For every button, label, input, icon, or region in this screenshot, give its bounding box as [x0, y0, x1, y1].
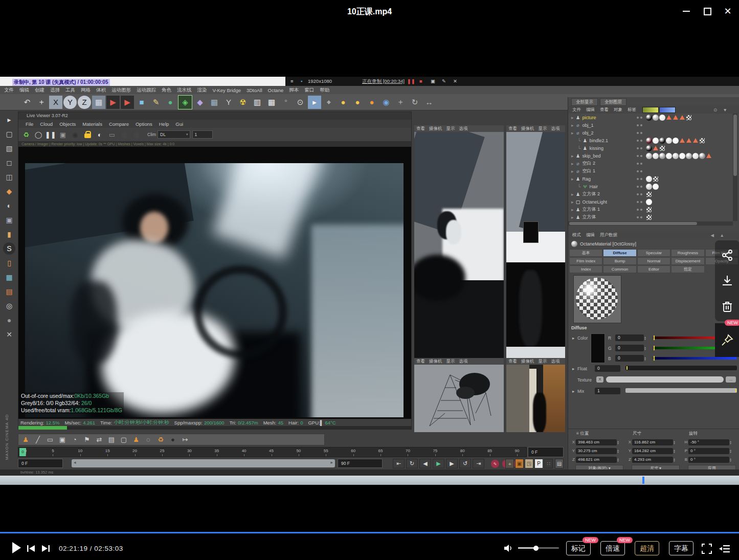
lv-menu-item-1[interactable]: Cloud: [40, 121, 53, 127]
om-tab-1[interactable]: 全部图层: [600, 98, 626, 106]
mix-field[interactable]: 1: [595, 388, 620, 394]
tree-expand-icon[interactable]: ▸: [571, 123, 574, 128]
close-button[interactable]: ✕: [723, 6, 733, 16]
object-tree-vscrollbar[interactable]: [733, 114, 737, 221]
recorder-camera-icon[interactable]: ▣: [431, 78, 435, 84]
cylinder-icon[interactable]: ▮: [3, 228, 15, 240]
texture-tag-icon[interactable]: [646, 215, 652, 220]
ball-preview-icon[interactable]: ◐: [94, 129, 105, 140]
player-button-speed[interactable]: 倍速NEW: [600, 541, 625, 555]
vp-menu-item-0[interactable]: 查看: [416, 126, 425, 132]
object-row[interactable]: └♟bindle2.1: [568, 137, 733, 144]
coord-value-field[interactable]: 0 °: [688, 457, 729, 463]
tree-expand-icon[interactable]: ▸: [571, 161, 574, 166]
key-rotation-toggle[interactable]: ◳: [525, 459, 533, 468]
material-thumb-icon[interactable]: [646, 199, 652, 205]
am-back-arrow-icon[interactable]: ◀: [710, 233, 714, 238]
material-thumb-icon[interactable]: [686, 153, 692, 159]
vp-menu-item-2[interactable]: 显示: [539, 126, 547, 132]
coord-value-field[interactable]: 164.282 cm: [632, 448, 673, 454]
viewport-perspective[interactable]: 查看摄像机显示选项: [414, 125, 504, 358]
c4d-menu-item-6[interactable]: 体积: [96, 87, 106, 94]
coord-spinner[interactable]: ▲▼: [673, 456, 677, 463]
object-name[interactable]: 立方体 2: [583, 191, 600, 197]
coord-value-field[interactable]: 30.275 cm: [576, 448, 617, 454]
tiles-icon[interactable]: ▤: [3, 285, 15, 298]
c4d-menu-item-13[interactable]: 3DtoAll: [247, 87, 262, 93]
recorder-pen-icon[interactable]: ✎: [442, 78, 446, 84]
om-menu-item-2[interactable]: 查看: [600, 107, 609, 113]
select-cursor-icon[interactable]: ▸: [308, 96, 321, 109]
box-icon[interactable]: ▣: [3, 214, 15, 226]
clim-dropdown-arrow[interactable]: ▾: [186, 132, 188, 137]
recorder-pause-icon[interactable]: ❚❚: [407, 78, 415, 84]
visibility-dots[interactable]: [633, 170, 646, 172]
channel-tab-基本[interactable]: 基本: [569, 249, 602, 257]
play-button[interactable]: [12, 542, 21, 553]
share-icon[interactable]: [715, 242, 739, 268]
loop-button[interactable]: ↻: [406, 459, 418, 468]
object-name[interactable]: Rag: [583, 176, 591, 182]
magnify-icon[interactable]: ⊙: [294, 96, 307, 109]
region-render-icon[interactable]: ▣: [57, 129, 69, 140]
coord-value-field[interactable]: 498.621 cm: [576, 457, 617, 463]
timeline-current-frame-box[interactable]: 0 F: [528, 447, 564, 457]
material-thumb-icon[interactable]: [673, 153, 679, 159]
om-filter-icon[interactable]: ▼: [723, 107, 727, 113]
material-thumb-icon[interactable]: [653, 138, 659, 144]
visibility-dots[interactable]: [633, 178, 646, 180]
vp-menu-item-0[interactable]: 查看: [508, 359, 517, 365]
nav-orbit-icon[interactable]: ↻: [408, 96, 421, 109]
octane-tag-icon[interactable]: [693, 138, 698, 143]
key-scale-toggle[interactable]: ▣: [515, 459, 524, 468]
cube-c-icon[interactable]: ◫: [3, 171, 15, 183]
coord-spinner[interactable]: ▲▼: [617, 447, 620, 454]
visibility-dots[interactable]: [633, 201, 646, 203]
recorder-close-icon[interactable]: ✕: [453, 78, 457, 84]
object-row[interactable]: ▸⌀obj_2: [568, 129, 733, 137]
vp-menu-item-3[interactable]: 选项: [551, 126, 560, 132]
om-search-icon[interactable]: ⊙: [713, 107, 717, 113]
recycle-icon[interactable]: ♻: [155, 435, 166, 445]
volume-slider[interactable]: [518, 547, 559, 549]
sphere-icon[interactable]: ◐: [3, 199, 15, 212]
export-icon[interactable]: ↦: [180, 435, 191, 445]
channel-tab-displacement[interactable]: Displacement: [671, 257, 704, 265]
om-menu-item-4[interactable]: 标签: [628, 107, 636, 113]
range-end-field[interactable]: 90 F: [338, 459, 383, 468]
c4d-menu-item-8[interactable]: 运动跟踪: [137, 87, 156, 94]
video-frame[interactable]: 录制中, 第 10 课 (失真模式) / 01:00:00:05 ≡ ▪ 192…: [0, 77, 739, 485]
lv-menu-item-4[interactable]: Compare: [109, 121, 129, 127]
octane-tag-icon[interactable]: [686, 138, 691, 143]
c4d-menu-item-0[interactable]: 文件: [4, 87, 14, 94]
channel-value-field[interactable]: 0: [615, 355, 644, 362]
render-pause-icon[interactable]: ❚❚: [45, 129, 56, 140]
pen-spline-icon[interactable]: ✎: [149, 96, 163, 109]
trash-icon[interactable]: [715, 294, 739, 319]
vp-menu-item-2[interactable]: 显示: [446, 126, 455, 132]
viewport-top-wireframe[interactable]: 查看摄像机显示选项: [414, 358, 504, 432]
channel-value-field[interactable]: 0: [615, 345, 644, 351]
undo-icon[interactable]: ↶: [20, 96, 34, 109]
object-name[interactable]: 空白 2: [583, 160, 596, 167]
object-tree-hscrollbar[interactable]: [568, 221, 733, 226]
vp-menu-item-3[interactable]: 选项: [551, 359, 560, 365]
viewport-right-view[interactable]: 查看摄像机显示选项: [506, 358, 565, 432]
vp-menu-item-0[interactable]: 查看: [416, 359, 425, 365]
key-position-toggle[interactable]: ＋: [505, 459, 514, 468]
coord-value-field[interactable]: -50 °: [688, 439, 729, 445]
visibility-dots[interactable]: [633, 209, 646, 211]
vp-menu-item-3[interactable]: 选项: [459, 359, 468, 365]
record-box-icon[interactable]: ▣: [57, 435, 68, 445]
key-parameter-toggle[interactable]: P: [534, 459, 543, 468]
z-axis-toggle[interactable]: Z: [78, 96, 91, 109]
channel-tab-specular[interactable]: Specular: [637, 249, 670, 257]
film-frame-icon[interactable]: ▭: [106, 129, 118, 140]
gem-icon[interactable]: ◆: [3, 185, 15, 197]
material-thumb-icon[interactable]: [692, 153, 699, 159]
box-icon[interactable]: ▢: [118, 435, 129, 445]
tree-expand-icon[interactable]: ▸: [571, 215, 574, 220]
coord-value-field[interactable]: 116.862 cm: [632, 439, 673, 445]
material-thumb-icon[interactable]: [653, 115, 659, 121]
move-tool-icon[interactable]: ＋: [35, 96, 48, 109]
